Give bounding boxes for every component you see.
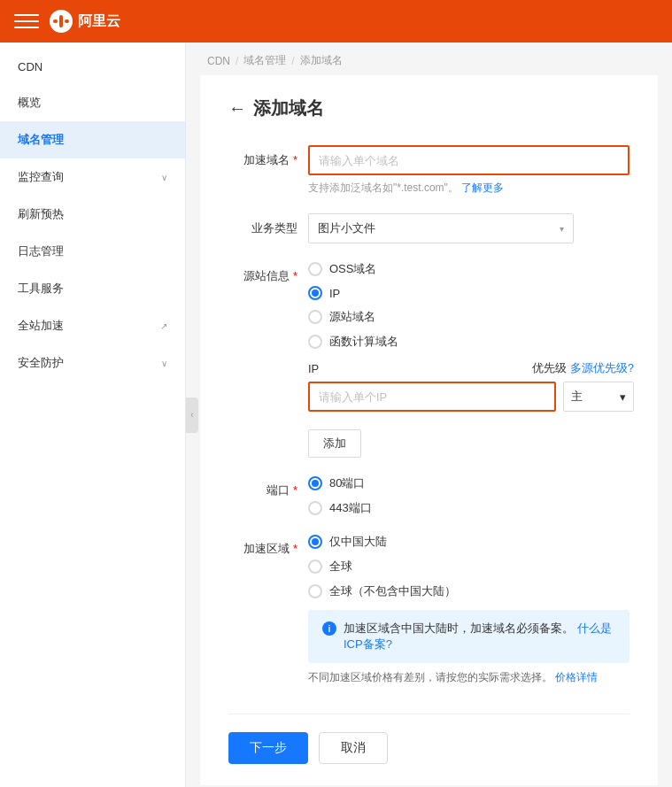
price-hint: 不同加速区域价格有差别，请按您的实际需求选择。 价格详情: [308, 670, 630, 685]
page-title: 添加域名: [253, 96, 324, 120]
multi-source-link[interactable]: 多源优先级?: [570, 360, 634, 376]
radio-label-china: 仅中国大陆: [329, 534, 387, 550]
radio-ip[interactable]: IP: [308, 286, 634, 300]
priority-label: 优先级: [532, 360, 567, 376]
region-label: 加速区域 *: [228, 534, 308, 557]
cancel-button[interactable]: 取消: [319, 732, 388, 764]
page-title-row: ← 添加域名: [228, 96, 630, 120]
sidebar-item-fullsite[interactable]: 全站加速 ↗: [0, 307, 185, 344]
sidebar-collapse-handle[interactable]: ‹: [186, 397, 198, 433]
radio-label-source: 源站域名: [329, 309, 375, 325]
breadcrumb-add-domain: 添加域名: [300, 53, 343, 68]
domain-hint-link[interactable]: 了解更多: [461, 181, 504, 194]
domain-hint: 支持添加泛域名如"*.test.com"。 了解更多: [308, 181, 630, 196]
sidebar-label-fullsite: 全站加速: [18, 318, 64, 334]
port-content: 80端口 443端口: [308, 475, 630, 516]
sidebar-label-security: 安全防护: [18, 355, 64, 371]
sidebar-item-overview[interactable]: 概览: [0, 84, 185, 121]
icp-info-text: 加速区域含中国大陆时，加速域名必须备案。 什么是ICP备案?: [344, 621, 615, 652]
svg-rect-2: [65, 19, 69, 23]
port-label: 端口 *: [228, 475, 308, 498]
breadcrumb-sep-1: /: [236, 55, 238, 67]
chevron-down-icon-security: ∨: [161, 359, 167, 368]
required-mark-origin: *: [293, 269, 297, 282]
icp-info-box: i 加速区域含中国大陆时，加速域名必须备案。 什么是ICP备案?: [308, 610, 630, 663]
info-icon: i: [322, 621, 336, 636]
price-link[interactable]: 价格详情: [555, 671, 598, 683]
sidebar-label-log: 日志管理: [18, 243, 64, 259]
radio-circle-oss: [308, 262, 322, 276]
radio-oss[interactable]: OSS域名: [308, 261, 634, 277]
top-bar: 阿里云: [0, 0, 672, 42]
radio-source-domain[interactable]: 源站域名: [308, 309, 634, 325]
hamburger-menu[interactable]: [14, 9, 39, 34]
chevron-down-icon-priority: ▾: [620, 390, 626, 404]
breadcrumb: CDN / 域名管理 / 添加域名: [186, 42, 672, 75]
sidebar-item-security[interactable]: 安全防护 ∨: [0, 344, 185, 382]
region-row: 加速区域 * 仅中国大陆 全球: [228, 534, 630, 685]
svg-rect-1: [59, 15, 63, 27]
region-radio-group: 仅中国大陆 全球 全球（不包含中国大陆）: [308, 534, 630, 599]
sidebar-item-tools[interactable]: 工具服务: [0, 270, 185, 307]
required-mark-region: *: [293, 542, 297, 555]
radio-function[interactable]: 函数计算域名: [308, 334, 634, 350]
required-mark-port: *: [293, 483, 297, 497]
breadcrumb-sep-2: /: [291, 55, 294, 67]
sidebar-label-refresh: 刷新预热: [18, 206, 64, 222]
next-button[interactable]: 下一步: [228, 732, 308, 764]
domain-name-row: 加速域名 * 支持添加泛域名如"*.test.com"。 了解更多: [228, 145, 630, 196]
radio-label-port-443: 443端口: [329, 500, 372, 516]
ip-row-header: IP 优先级 多源优先级?: [308, 360, 634, 376]
priority-dropdown[interactable]: 主 ▾: [563, 382, 634, 412]
region-content: 仅中国大陆 全球 全球（不包含中国大陆） i: [308, 534, 630, 685]
ip-col-label: IP: [308, 362, 335, 375]
radio-global-excl-china[interactable]: 全球（不包含中国大陆）: [308, 583, 630, 599]
footer-buttons: 下一步 取消: [228, 714, 630, 764]
radio-port-80[interactable]: 80端口: [308, 475, 630, 491]
port-row: 端口 * 80端口 443端口: [228, 475, 630, 516]
radio-circle-source: [308, 310, 322, 324]
chevron-down-icon-biz: ▾: [560, 224, 564, 234]
radio-label-global: 全球: [329, 559, 352, 575]
ip-input[interactable]: [308, 382, 556, 412]
sidebar-item-cdn[interactable]: CDN: [0, 50, 185, 84]
radio-china-mainland[interactable]: 仅中国大陆: [308, 534, 630, 550]
content-area: ← 添加域名 加速域名 * 支持添加泛域名如"*.test.com"。 了解更多: [200, 75, 658, 785]
radio-global[interactable]: 全球: [308, 559, 630, 575]
sidebar-item-domain-manage[interactable]: 域名管理: [0, 121, 185, 158]
radio-circle-function: [308, 335, 322, 349]
external-link-icon: ↗: [160, 321, 167, 331]
origin-radio-group: OSS域名 IP 源站域名: [308, 261, 634, 350]
radio-label-function: 函数计算域名: [329, 334, 398, 350]
radio-circle-global: [308, 559, 322, 574]
sidebar-label-tools: 工具服务: [18, 281, 64, 297]
origin-content: OSS域名 IP 源站域名: [308, 261, 634, 458]
sidebar-label-overview: 概览: [18, 95, 41, 111]
required-mark: *: [293, 153, 297, 166]
sidebar-item-monitor[interactable]: 监控查询 ∨: [0, 158, 185, 196]
biz-type-dropdown[interactable]: 图片小文件 ▾: [308, 213, 574, 243]
sidebar-item-log[interactable]: 日志管理: [0, 233, 185, 270]
sidebar-item-refresh[interactable]: 刷新预热: [0, 196, 185, 233]
sidebar-label-cdn: CDN: [18, 60, 42, 73]
port-radio-group: 80端口 443端口: [308, 475, 630, 516]
back-button[interactable]: ←: [228, 98, 246, 119]
ip-input-row: 主 ▾: [308, 382, 634, 412]
radio-label-global-excl: 全球（不包含中国大陆）: [329, 583, 456, 599]
radio-circle-china: [308, 535, 322, 549]
logo-text: 阿里云: [78, 12, 120, 31]
radio-port-443[interactable]: 443端口: [308, 500, 630, 516]
sidebar-label-monitor: 监控查询: [18, 169, 64, 185]
breadcrumb-domain-manage: 域名管理: [243, 53, 286, 68]
logo-icon: [50, 10, 73, 33]
priority-value: 主: [571, 389, 583, 405]
radio-circle-global-excl: [308, 584, 322, 598]
biz-type-value: 图片小文件: [318, 220, 375, 236]
origin-info-row: 源站信息 * OSS域名 IP: [228, 261, 630, 458]
radio-label-ip: IP: [329, 287, 340, 300]
domain-input[interactable]: [308, 145, 630, 175]
sidebar-label-domain-manage: 域名管理: [18, 132, 64, 148]
add-ip-button[interactable]: 添加: [308, 429, 361, 458]
ip-section: IP 优先级 多源优先级? 主 ▾: [308, 360, 634, 458]
domain-label: 加速域名 *: [228, 145, 308, 168]
